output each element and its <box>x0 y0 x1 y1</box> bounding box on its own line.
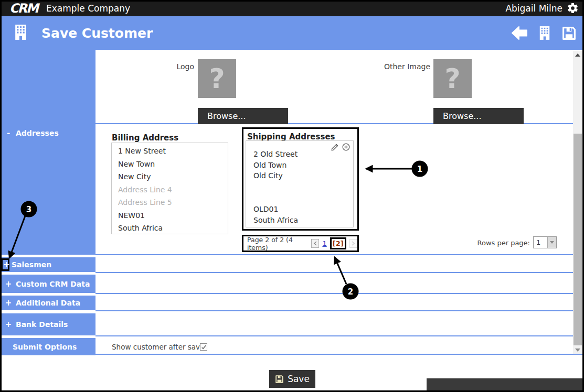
logo-browse-button[interactable]: Browse... <box>198 108 288 124</box>
next-page-button-disabled <box>349 239 357 248</box>
billing-postcode[interactable]: NEW01 <box>118 209 228 222</box>
vertical-scrollbar[interactable] <box>573 51 582 354</box>
building-icon <box>538 26 551 40</box>
floppy-disk-icon <box>275 375 284 384</box>
question-mark-icon: ? <box>209 63 225 94</box>
billing-line-1[interactable]: 1 New Street <box>118 145 228 158</box>
show-customer-after-save-label: Show customer after save <box>112 343 204 351</box>
save-button[interactable]: Save <box>269 370 315 388</box>
other-image-placeholder: ? <box>433 59 472 98</box>
chevron-down-icon[interactable] <box>547 237 556 248</box>
billing-line-5-placeholder[interactable]: Address Line 5 <box>118 196 228 209</box>
sidebar-section-salesmen[interactable]: + Salesmen <box>0 257 95 272</box>
bank-details-row <box>95 313 582 336</box>
billing-address-box: 1 New Street New Town New City Address L… <box>111 143 228 234</box>
floppy-disk-icon <box>561 26 577 41</box>
sidebar-section-bank-details[interactable]: + Bank Details <box>0 313 95 335</box>
logo-image-placeholder: ? <box>198 59 236 98</box>
bottom-right-panel <box>427 378 582 390</box>
save-header-button[interactable] <box>561 26 577 41</box>
billing-line-4-placeholder[interactable]: Address Line 4 <box>118 183 228 197</box>
sidebar-item-label: Submit Options <box>13 343 77 351</box>
expand-plus-icon: + <box>4 279 13 289</box>
question-mark-icon: ? <box>444 63 460 94</box>
scroll-down-button[interactable] <box>573 346 582 354</box>
expand-plus-icon: + <box>4 320 13 329</box>
app-window: CRM Example Company Abigail Milne Save C… <box>0 0 584 392</box>
triangle-up-icon <box>575 53 580 57</box>
expand-plus-icon: + <box>4 298 13 308</box>
custom-crm-data-row <box>95 275 582 294</box>
crm-logo: CRM <box>9 1 38 16</box>
billing-line-2[interactable]: New Town <box>118 158 228 171</box>
building-icon <box>14 24 28 42</box>
check-icon <box>201 344 207 350</box>
rows-per-page-select[interactable]: 1 <box>533 236 557 248</box>
page-header: Save Customer <box>0 16 584 50</box>
show-customer-after-save-checkbox[interactable] <box>200 343 207 351</box>
sidebar: - Addresses <box>0 50 95 255</box>
user-name[interactable]: Abigail Milne <box>505 3 562 14</box>
prev-page-button[interactable] <box>311 239 319 248</box>
collapse-minus-icon: - <box>4 128 13 138</box>
billing-country[interactable]: South Africa <box>118 222 228 235</box>
back-button[interactable] <box>511 26 528 40</box>
topbar: CRM Example Company Abigail Milne <box>0 0 584 16</box>
arrow-left-icon <box>511 26 528 40</box>
sidebar-section-submit-options: Submit Options <box>0 338 95 355</box>
billing-address-title: Billing Address <box>112 133 178 143</box>
company-name: Example Company <box>46 3 130 14</box>
page-title: Save Customer <box>41 26 153 41</box>
rows-per-page-label: Rows per page: <box>462 239 530 247</box>
sidebar-item-label: Custom CRM Data <box>16 280 90 288</box>
settings-gear-icon[interactable] <box>567 2 579 14</box>
billing-line-3[interactable]: New City <box>118 170 228 183</box>
additional-data-row <box>95 296 582 311</box>
save-button-label: Save <box>288 374 310 384</box>
sidebar-item-label: Additional Data <box>16 299 80 307</box>
sidebar-item-label: Salesmen <box>12 260 51 269</box>
other-image-browse-button[interactable]: Browse... <box>433 108 524 124</box>
chevron-right-icon <box>351 241 355 246</box>
sidebar-section-additional-data[interactable]: + Additional Data <box>0 296 95 310</box>
expand-plus-icon-highlighted[interactable]: + <box>1 258 9 271</box>
sidebar-section-custom-crm-data[interactable]: + Custom CRM Data <box>0 275 95 293</box>
scrollbar-thumb[interactable] <box>574 134 582 345</box>
sidebar-item-label: Addresses <box>16 129 59 137</box>
triangle-down-icon <box>575 349 580 352</box>
pagination-summary: Page 2 of 2 (4 items) <box>247 236 308 252</box>
page-link-1[interactable]: 1 <box>322 239 326 247</box>
logo-label: Logo <box>155 62 194 71</box>
company-home-button[interactable] <box>538 26 551 40</box>
sidebar-section-addresses[interactable]: - Addresses <box>4 128 59 138</box>
pagination-annotation-highlight-box: Page 2 of 2 (4 items) 1 [2] <box>242 235 359 252</box>
rows-per-page-value: 1 <box>534 237 547 248</box>
salesmen-row <box>95 257 582 273</box>
current-page-indicator: [2] <box>330 237 346 249</box>
sidebar-item-label: Bank Details <box>16 320 68 329</box>
other-image-label: Other Image <box>367 62 430 71</box>
shipping-annotation-highlight-box <box>242 127 359 231</box>
chevron-left-icon <box>313 241 317 246</box>
scroll-up-button[interactable] <box>573 51 582 59</box>
